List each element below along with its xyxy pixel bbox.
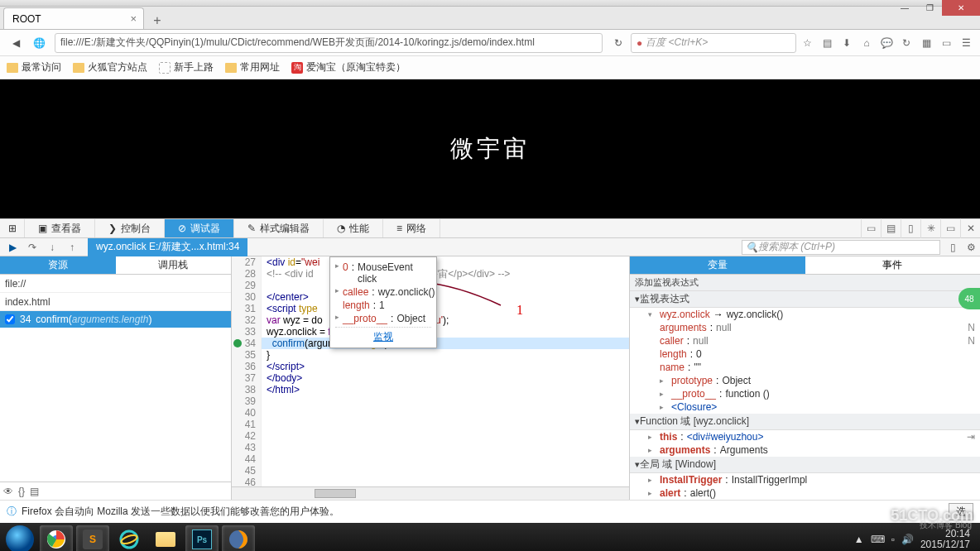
new-tab-button[interactable]: + xyxy=(147,12,167,29)
reload-button[interactable]: ↻ xyxy=(608,32,629,54)
var-row[interactable]: ▸InstallTrigger: InstallTriggerImpl xyxy=(630,473,980,486)
downloads-icon[interactable]: ⬇ xyxy=(838,33,856,53)
var-row[interactable]: ▾wyz.onclick → wyz.onclick() xyxy=(630,308,980,321)
watch-link[interactable]: 监视 xyxy=(335,327,431,344)
tab-close-icon[interactable]: × xyxy=(130,12,137,25)
tray-flag-icon[interactable]: ▫ xyxy=(891,534,895,545)
code-line[interactable]: 43 xyxy=(232,442,629,453)
page-content[interactable]: 微宇宙 xyxy=(0,79,980,218)
pick-element-button[interactable]: ⊞ xyxy=(0,219,25,237)
identity-icon[interactable]: 🌐 xyxy=(28,32,50,54)
explorer-icon[interactable] xyxy=(149,525,182,551)
resume-button[interactable]: ▶ xyxy=(3,240,22,255)
bookmark-star-icon[interactable]: ☆ xyxy=(798,33,816,53)
code-line[interactable]: 38</html> xyxy=(232,384,629,395)
sublime-icon[interactable]: S xyxy=(76,525,109,551)
var-row[interactable]: ▸this: <div#weiyuzhou>⇥ xyxy=(630,430,980,443)
code-line[interactable]: 35} xyxy=(232,349,629,361)
step-over-button[interactable]: ↷ xyxy=(23,240,41,255)
code-editor[interactable]: ▸0: MouseEvent click ▸callee: wyz.onclic… xyxy=(232,256,629,486)
tab-style[interactable]: ✎ 样式编辑器 xyxy=(234,219,324,237)
bookmark-most-visited[interactable]: 最常访问 xyxy=(7,60,61,74)
breadcrumb[interactable]: wyz.onclick E:/新建文...x.html:34 xyxy=(88,238,247,256)
var-row[interactable]: arguments: nullN xyxy=(630,321,980,334)
step-in-button[interactable]: ↓ xyxy=(43,240,61,255)
bookmark-common[interactable]: 常用网址 xyxy=(225,60,280,74)
split-icon[interactable]: ▯ xyxy=(901,218,920,238)
tray-keyboard-icon[interactable]: ⌨ xyxy=(871,534,885,545)
code-line[interactable]: 42 xyxy=(232,430,629,442)
var-row[interactable]: length: 0 xyxy=(630,347,980,361)
eye-icon[interactable]: 👁 xyxy=(3,486,13,497)
tab-console[interactable]: ❯ 控制台 xyxy=(95,219,165,237)
code-line[interactable]: 36</script> xyxy=(232,361,629,372)
tab-network[interactable]: ≡ 网络 xyxy=(383,219,440,237)
breakpoint-row[interactable]: 34 confirm(arguments.length) xyxy=(0,311,231,328)
notification-badge[interactable]: 48 xyxy=(958,288,980,309)
ie-icon[interactable] xyxy=(113,525,146,551)
tab-sources[interactable]: 资源 xyxy=(0,256,116,274)
chrome-icon[interactable] xyxy=(40,525,73,551)
chat-icon[interactable]: 💬 xyxy=(877,33,896,53)
pretty-print-icon[interactable]: {} xyxy=(18,486,25,497)
back-button[interactable]: ◀ xyxy=(5,32,26,54)
code-line[interactable]: 45 xyxy=(232,465,629,477)
code-line[interactable]: 46 xyxy=(232,477,629,486)
tab-inspector[interactable]: ▣ 查看器 xyxy=(25,219,95,237)
addon-icon[interactable]: ▦ xyxy=(917,33,935,53)
bookmark-aitaobao[interactable]: 淘爱淘宝（原淘宝特卖） xyxy=(291,60,406,74)
home-icon[interactable]: ⌂ xyxy=(858,33,876,53)
step-out-button[interactable]: ↑ xyxy=(63,240,81,255)
tab-performance[interactable]: ◔ 性能 xyxy=(324,219,383,237)
horizontal-scrollbar[interactable] xyxy=(232,486,629,500)
responsive-icon[interactable]: ▭ xyxy=(861,218,881,238)
search-input[interactable]: ●百度 <Ctrl+K> xyxy=(631,33,796,53)
bookmark-newbie[interactable]: 新手上路 xyxy=(159,60,214,74)
menu-icon[interactable]: ☰ xyxy=(957,33,975,53)
blackbox-icon[interactable]: ▤ xyxy=(30,486,39,497)
var-row[interactable]: ▸<Closure> xyxy=(630,400,980,414)
toggle-panes-icon[interactable]: ▯ xyxy=(944,240,962,255)
start-button[interactable] xyxy=(3,525,36,551)
var-row[interactable]: ▸__proto__: function () xyxy=(630,387,980,400)
url-input[interactable]: file:///E:/新建文件夹/QQPinyin(1)/mulu/CDict/… xyxy=(55,33,603,53)
browser-tab[interactable]: ROOT × xyxy=(3,7,144,29)
code-line[interactable]: 44 xyxy=(232,453,629,465)
section-function-scope[interactable]: ▾ Function 域 [wyz.onclick] xyxy=(630,414,980,430)
clock[interactable]: 20:14 2015/12/17 xyxy=(920,529,970,550)
tv-icon[interactable]: ▭ xyxy=(937,33,955,53)
var-row[interactable]: ▸arguments: Arguments xyxy=(630,443,980,457)
code-line[interactable]: 39 xyxy=(232,395,629,407)
dock-icon[interactable]: ▭ xyxy=(940,218,960,238)
minimize-button[interactable]: — xyxy=(892,0,917,16)
code-line[interactable]: 40 xyxy=(232,407,629,419)
firefox-icon[interactable] xyxy=(222,525,255,551)
settings-icon[interactable]: ✳ xyxy=(920,218,940,238)
choose-button[interactable]: 选 xyxy=(949,503,973,520)
var-row[interactable]: caller: nullN xyxy=(630,334,980,347)
tab-events[interactable]: 事件 xyxy=(805,256,981,274)
var-row[interactable]: ▸prototype: Object xyxy=(630,374,980,387)
tab-callstack[interactable]: 调用栈 xyxy=(116,256,232,274)
pocket-icon[interactable]: ▤ xyxy=(818,33,836,53)
var-row[interactable]: ▸alert: alert() xyxy=(630,486,980,500)
close-devtools-icon[interactable]: ✕ xyxy=(960,218,980,238)
bookmark-firefox[interactable]: 火狐官方站点 xyxy=(73,60,147,74)
code-line[interactable]: 41 xyxy=(232,419,629,430)
breakpoint-checkbox[interactable] xyxy=(5,314,15,324)
scratchpad-icon[interactable]: ▤ xyxy=(881,218,901,238)
tray-sound-icon[interactable]: 🔊 xyxy=(901,534,914,545)
tray-up-icon[interactable]: ▲ xyxy=(854,534,864,545)
tab-variables[interactable]: 变量 xyxy=(630,256,805,274)
add-watch-input[interactable]: 添加监视表达式 xyxy=(630,275,980,291)
photoshop-icon[interactable]: Ps xyxy=(185,525,219,551)
scrollbar-thumb[interactable] xyxy=(315,489,356,498)
script-search-input[interactable]: 🔍 搜索脚本 (Ctrl+P) xyxy=(742,240,940,255)
source-path[interactable]: file:// xyxy=(0,275,231,293)
system-tray[interactable]: ▲ ⌨ ▫ 🔊 20:14 2015/12/17 xyxy=(854,529,977,550)
code-line[interactable]: 37</body> xyxy=(232,372,629,384)
maximize-button[interactable]: ❐ xyxy=(917,0,942,16)
source-file[interactable]: index.html xyxy=(0,293,231,311)
close-button[interactable]: ✕ xyxy=(942,0,980,16)
sync-icon[interactable]: ↻ xyxy=(897,33,915,53)
